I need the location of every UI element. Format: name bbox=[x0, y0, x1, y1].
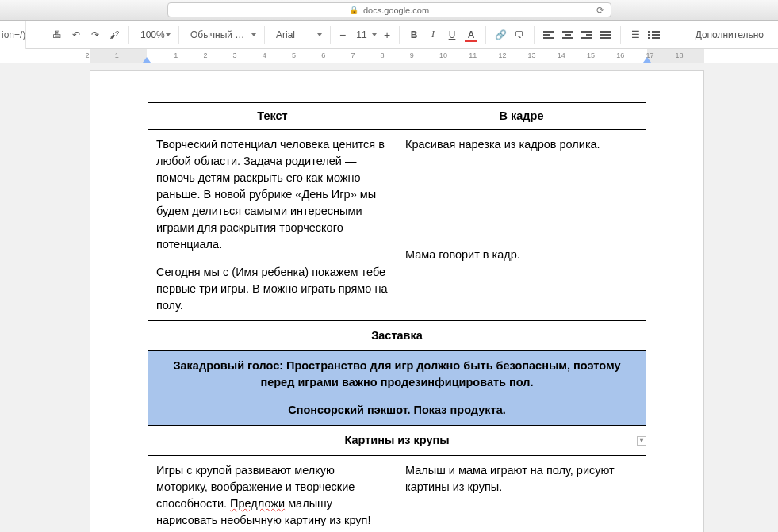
column-handle-icon[interactable]: ▾ bbox=[637, 436, 646, 446]
cell-frame-1[interactable]: Красивая нарезка из кадров ролика. Мама … bbox=[397, 130, 646, 321]
paragraph-style-dropdown[interactable]: Обычный … bbox=[184, 25, 259, 44]
ruler-tick: 7 bbox=[351, 52, 355, 59]
address-field[interactable]: 🔒 docs.google.com ⟳ bbox=[167, 2, 611, 17]
align-right-icon bbox=[581, 29, 592, 40]
highlight-line-2: Спонсорский пэкшот. Показ продукта. bbox=[156, 402, 638, 419]
ruler-tick: 9 bbox=[410, 52, 414, 59]
align-center-icon bbox=[562, 29, 573, 40]
table-row: Картины из крупы ▾ bbox=[148, 426, 646, 456]
redo-icon: ↷ bbox=[91, 29, 99, 40]
link-icon: 🔗 bbox=[495, 29, 507, 40]
col-header-text[interactable]: Текст bbox=[148, 103, 397, 130]
paragraph: Красивая нарезка из кадров ролика. bbox=[405, 136, 638, 153]
ruler-tick: 15 bbox=[587, 52, 595, 59]
ruler-tick: 13 bbox=[528, 52, 536, 59]
ruler-tick: 1 bbox=[115, 52, 119, 59]
ruler-tick: 6 bbox=[321, 52, 325, 59]
ruler-tick: 11 bbox=[469, 52, 477, 59]
bold-button[interactable]: B bbox=[404, 25, 423, 44]
align-justify-button[interactable] bbox=[596, 25, 615, 44]
text-color-button[interactable]: A bbox=[462, 25, 481, 44]
ruler-tick: 8 bbox=[381, 52, 385, 59]
ruler-tick: 5 bbox=[292, 52, 296, 59]
cell-merged-title-1[interactable]: Заставка bbox=[148, 321, 646, 351]
lock-icon: 🔒 bbox=[349, 6, 358, 14]
redo-button[interactable]: ↷ bbox=[86, 25, 105, 44]
ruler-tick: 1 bbox=[174, 52, 178, 59]
paragraph: Творческий потенциал человека ценится в … bbox=[156, 136, 389, 253]
highlight-line-1: Закадровый голос: Пространство для игр д… bbox=[173, 359, 620, 388]
undo-icon: ↶ bbox=[72, 29, 80, 40]
print-icon: 🖶 bbox=[52, 29, 62, 40]
paint-format-icon: 🖌 bbox=[109, 29, 119, 40]
ruler-tick: 18 bbox=[676, 52, 684, 59]
undo-button[interactable]: ↶ bbox=[67, 25, 86, 44]
align-justify-icon bbox=[600, 29, 611, 40]
font-family-dropdown[interactable]: Arial bbox=[270, 25, 325, 44]
ruler-tick: 16 bbox=[616, 52, 624, 59]
cell-frame-2[interactable]: Малыш и мама играют на полу, рисуют карт… bbox=[397, 456, 646, 532]
font-size-decrease[interactable]: − bbox=[335, 29, 350, 41]
indent-marker-left[interactable] bbox=[143, 57, 151, 63]
align-left-button[interactable] bbox=[539, 25, 558, 44]
align-center-button[interactable] bbox=[558, 25, 577, 44]
cell-merged-title-2[interactable]: Картины из крупы ▾ bbox=[148, 426, 646, 456]
table-row: Закадровый голос: Пространство для игр д… bbox=[148, 351, 646, 426]
horizontal-ruler[interactable]: 21123456789101112131415161718 bbox=[0, 49, 778, 63]
address-url: docs.google.com bbox=[363, 6, 429, 15]
line-spacing-button[interactable]: ☰ bbox=[626, 25, 645, 44]
insert-link-button[interactable]: 🔗 bbox=[491, 25, 510, 44]
underline-button[interactable]: U bbox=[443, 25, 462, 44]
indent-marker-right[interactable] bbox=[643, 57, 651, 63]
ruler-tick: 3 bbox=[233, 52, 237, 59]
cell-text-1[interactable]: Творческий потенциал человека ценится в … bbox=[148, 130, 397, 321]
ruler-tick: 14 bbox=[558, 52, 565, 59]
ruler-tick: 4 bbox=[263, 52, 266, 59]
table-row: Творческий потенциал человека ценится в … bbox=[148, 130, 646, 321]
insert-comment-button[interactable]: 🗨 bbox=[510, 25, 529, 44]
ruler-tick: 2 bbox=[203, 52, 207, 59]
align-right-button[interactable] bbox=[577, 25, 596, 44]
editor-toolbar: 🖶 ↶ ↷ 🖌 100% Обычный … Arial − 11 + B I … bbox=[0, 21, 778, 49]
col-header-frame[interactable]: В кадре bbox=[397, 103, 646, 130]
reload-icon[interactable]: ⟳ bbox=[596, 5, 604, 16]
cell-text-2[interactable]: Игры с крупой развивают мелкую моторику,… bbox=[148, 456, 397, 532]
browser-address-bar: 🔒 docs.google.com ⟳ bbox=[0, 0, 778, 21]
zoom-dropdown[interactable]: 100% bbox=[134, 25, 174, 44]
text-color-swatch bbox=[465, 40, 477, 42]
ruler-tick: 12 bbox=[498, 52, 506, 59]
paragraph: Сегодня мы с (Имя ребенка) покажем тебе … bbox=[156, 264, 389, 314]
ruler-tick: 2 bbox=[86, 52, 90, 59]
italic-button[interactable]: I bbox=[423, 25, 443, 44]
cell-highlighted[interactable]: Закадровый голос: Пространство для игр д… bbox=[148, 351, 646, 426]
numbered-list-button[interactable] bbox=[645, 25, 664, 44]
table-row: Заставка bbox=[148, 321, 646, 351]
more-tools-link[interactable]: Дополнительно bbox=[688, 29, 772, 40]
paragraph: Малыш и мама играют на полу, рисуют карт… bbox=[405, 462, 638, 496]
font-size-increase[interactable]: + bbox=[380, 29, 394, 41]
font-size-dropdown[interactable]: 11 bbox=[350, 25, 380, 44]
print-button[interactable]: 🖶 bbox=[48, 25, 67, 44]
document-page[interactable]: Текст В кадре Творческий потенциал челов… bbox=[90, 70, 704, 532]
paint-format-button[interactable]: 🖌 bbox=[105, 25, 124, 44]
line-spacing-icon: ☰ bbox=[631, 29, 640, 40]
left-cutoff-label: ion+/) bbox=[0, 21, 26, 49]
script-table[interactable]: Текст В кадре Творческий потенциал челов… bbox=[148, 102, 646, 532]
table-header-row: Текст В кадре bbox=[148, 103, 646, 130]
spellcheck-word[interactable]: Предложи bbox=[230, 497, 285, 510]
ruler-tick: 10 bbox=[439, 52, 447, 59]
numbered-list-icon bbox=[649, 29, 660, 40]
paragraph: Мама говорит в кадр. bbox=[405, 247, 638, 263]
comment-icon: 🗨 bbox=[515, 29, 524, 40]
align-left-icon bbox=[543, 29, 554, 40]
document-canvas: Текст В кадре Творческий потенциал челов… bbox=[0, 63, 778, 532]
paragraph: Игры с крупой развивают мелкую моторику,… bbox=[156, 462, 389, 529]
table-row: Игры с крупой развивают мелкую моторику,… bbox=[148, 456, 646, 532]
